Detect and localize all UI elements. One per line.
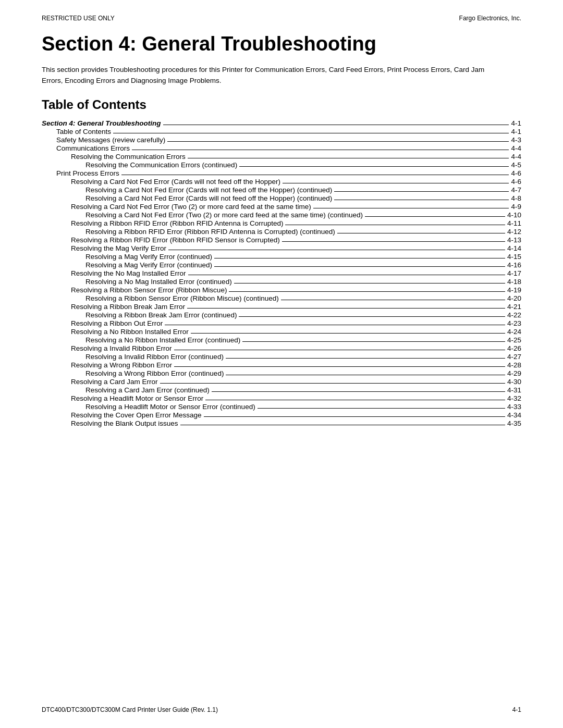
toc-label: Resolving a Ribbon Sensor Error (Ribbon …: [42, 294, 279, 302]
toc-page: 4-16: [507, 261, 521, 269]
toc-page: 4-12: [507, 228, 521, 236]
toc-dots: [132, 150, 509, 150]
toc-label: Communications Errors: [42, 144, 130, 152]
toc-page: 4-20: [507, 294, 521, 302]
toc-label: Resolving the Communication Errors: [42, 153, 186, 161]
footer-left: DTC400/DTC300/DTC300M Card Printer User …: [42, 706, 218, 713]
toc-item: Resolving a Ribbon Sensor Error (Ribbon …: [42, 294, 521, 302]
toc-item: Resolving the No Mag Installed Error4-17: [42, 269, 521, 277]
toc-page: 4-25: [507, 336, 521, 344]
toc-dots: [163, 125, 509, 125]
toc-dots: [160, 383, 505, 384]
toc-page: 4-13: [507, 236, 521, 244]
toc-label: Resolving a No Ribbon Installed Error: [42, 328, 189, 336]
toc-item: Resolving a Card Not Fed Error (Cards wi…: [42, 186, 521, 194]
toc-label: Resolving the Communication Errors (cont…: [42, 161, 237, 169]
toc-label: Resolving a Ribbon RFID Error (Ribbon RF…: [42, 219, 283, 227]
toc-dots: [180, 425, 505, 425]
toc-item: Resolving a Mag Verify Error (continued)…: [42, 253, 521, 261]
toc-item: Resolving a Ribbon Out Error4-23: [42, 319, 521, 327]
toc-label: Resolving a Ribbon Sensor Error (Ribbon …: [42, 286, 227, 294]
toc-label: Resolving a Ribbon Out Error: [42, 319, 163, 327]
toc-item: Resolving the Communication Errors4-4: [42, 153, 521, 161]
toc-label: Resolving a Ribbon Break Jam Error: [42, 303, 185, 311]
toc-item: Resolving a Card Not Fed Error (Two (2) …: [42, 203, 521, 211]
toc-item: Resolving a Headlift Motor or Sensor Err…: [42, 394, 521, 402]
toc-label: Resolving a Card Jam Error: [42, 378, 158, 386]
toc-item: Resolving a Card Not Fed Error (Cards wi…: [42, 194, 521, 202]
toc-page: 4-23: [507, 319, 521, 327]
toc-dots: [282, 241, 505, 242]
toc-item: Resolving a Card Not Fed Error (Cards wi…: [42, 178, 521, 186]
footer-right: 4-1: [512, 706, 521, 713]
toc-item: Safety Messages (review carefully)4-3: [42, 136, 521, 144]
toc-item: Resolving a Ribbon RFID Error (Ribbon RF…: [42, 219, 521, 227]
toc-dots: [229, 291, 505, 292]
toc-page: 4-8: [511, 194, 521, 202]
toc-page: 4-35: [507, 419, 521, 427]
toc-label: Resolving a Card Not Fed Error (Cards wi…: [42, 186, 332, 194]
toc-dots: [165, 325, 505, 325]
toc-dots: [167, 141, 509, 142]
toc-item: Table of Contents4-1: [42, 128, 521, 135]
toc-page: 4-1: [511, 119, 521, 127]
page-container: RESTRICTED USE ONLY Fargo Electronics, I…: [0, 0, 563, 728]
toc-dots: [174, 366, 505, 367]
toc-label: Resolving a Mag Verify Error (continued): [42, 261, 212, 269]
toc-label: Resolving a Mag Verify Error (continued): [42, 253, 212, 261]
toc-page: 4-17: [507, 269, 521, 277]
toc-item: Resolving a No Ribbon Installed Error (c…: [42, 336, 521, 344]
toc-dots: [212, 391, 505, 392]
toc-label: Safety Messages (review carefully): [42, 136, 165, 144]
toc-dots: [334, 191, 509, 192]
toc-page: 4-29: [507, 369, 521, 377]
toc-label: Resolving a Headlift Motor or Sensor Err…: [42, 403, 255, 411]
toc-label: Resolving a Card Jam Error (continued): [42, 386, 210, 394]
toc-dots: [313, 208, 509, 208]
toc-label: Section 4: General Troubleshooting: [42, 119, 161, 127]
toc-item: Resolving a Ribbon Break Jam Error (cont…: [42, 311, 521, 319]
toc-page: 4-11: [507, 219, 521, 227]
header: RESTRICTED USE ONLY Fargo Electronics, I…: [0, 0, 563, 27]
toc-item: Resolving a Ribbon RFID Error (Ribbon RF…: [42, 236, 521, 244]
toc-page: 4-34: [507, 411, 521, 419]
toc-label: Resolving a Ribbon Break Jam Error (cont…: [42, 311, 237, 319]
toc-item: Communications Errors4-4: [42, 144, 521, 152]
toc-page: 4-32: [507, 394, 521, 402]
toc-dots: [187, 308, 505, 309]
intro-text: This section provides Troubleshooting pr…: [42, 65, 495, 87]
toc-item: Resolving a Ribbon Sensor Error (Ribbon …: [42, 286, 521, 294]
toc-dots: [214, 266, 505, 267]
header-right: Fargo Electronics, Inc.: [459, 15, 521, 22]
toc-page: 4-7: [511, 186, 521, 194]
main-content: Section 4: General Troubleshooting This …: [0, 27, 563, 459]
toc-page: 4-10: [507, 211, 521, 219]
toc-page: 4-5: [511, 161, 521, 169]
toc-item: Print Process Errors4-6: [42, 169, 521, 177]
toc-page: 4-4: [511, 144, 521, 152]
toc-item: Resolving the Blank Output issues4-35: [42, 419, 521, 427]
toc-label: Table of Contents: [42, 128, 111, 135]
toc-item: Resolving a Ribbon RFID Error (Ribbon RF…: [42, 228, 521, 236]
toc-item: Resolving a Wrong Ribbon Error (continue…: [42, 369, 521, 377]
toc-dots: [188, 275, 505, 275]
toc-label: Resolving a Invalid Ribbon Error (contin…: [42, 353, 224, 361]
toc-page: 4-19: [507, 286, 521, 294]
footer: DTC400/DTC300/DTC300M Card Printer User …: [42, 706, 521, 713]
toc-item: Section 4: General Troubleshooting4-1: [42, 119, 521, 127]
toc-label: Resolving a Card Not Fed Error (Cards wi…: [42, 178, 280, 186]
toc-dots: [239, 166, 509, 167]
toc-dots: [365, 216, 505, 217]
toc-page: 4-6: [511, 178, 521, 186]
toc-page: 4-14: [507, 244, 521, 252]
toc-item: Resolving the Cover Open Error Message4-…: [42, 411, 521, 419]
toc-label: Resolving a Headlift Motor or Sensor Err…: [42, 394, 203, 402]
toc-dots: [283, 183, 509, 183]
toc-page: 4-6: [511, 169, 521, 177]
toc-item: Resolving a Mag Verify Error (continued)…: [42, 261, 521, 269]
toc-item: Resolving the Mag Verify Error4-14: [42, 244, 521, 252]
toc-label: Resolving the Mag Verify Error: [42, 244, 166, 252]
toc-page: 4-1: [511, 128, 521, 135]
toc-dots: [204, 416, 505, 417]
toc-dots: [226, 358, 505, 359]
